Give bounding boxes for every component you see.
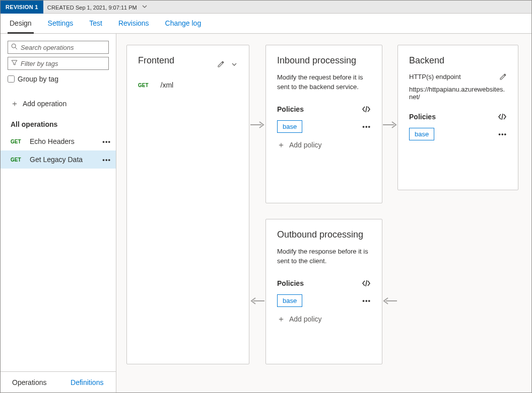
- more-icon[interactable]: •••: [498, 130, 507, 138]
- code-icon[interactable]: [362, 280, 371, 287]
- chevron-down-icon[interactable]: [231, 61, 238, 68]
- sidebar-tab-definitions[interactable]: Definitions: [58, 372, 116, 392]
- outbound-title: Outbound processing: [277, 229, 371, 240]
- arrow-right-icon: [249, 120, 265, 129]
- tab-design[interactable]: Design: [8, 14, 34, 34]
- inbound-policies-label: Policies: [277, 105, 304, 113]
- operation-method: GET: [11, 157, 23, 163]
- group-by-tag[interactable]: Group by tag: [8, 73, 109, 83]
- outbound-add-policy[interactable]: ＋ Add policy: [277, 314, 371, 325]
- inbound-title: Inbound processing: [277, 55, 371, 66]
- operation-name: Get Legacy Data: [30, 155, 95, 164]
- design-canvas: Frontend GET /xml: [116, 34, 531, 392]
- group-by-tag-label: Group by tag: [18, 75, 58, 83]
- arrow-right-icon: [382, 120, 397, 129]
- code-icon[interactable]: [498, 113, 507, 120]
- revision-created[interactable]: CREATED Sep 1, 2021, 9:07:11 PM: [43, 4, 148, 11]
- filter-placeholder: Filter by tags: [21, 60, 58, 67]
- more-icon[interactable]: •••: [102, 138, 111, 145]
- svg-point-0: [12, 44, 16, 48]
- add-operation-label: Add operation: [23, 100, 66, 108]
- search-placeholder: Search operations: [21, 44, 74, 51]
- plus-icon: ＋: [277, 314, 285, 325]
- inbound-add-policy[interactable]: ＋ Add policy: [277, 140, 371, 150]
- revision-bar: REVISION 1 CREATED Sep 1, 2021, 9:07:11 …: [1, 1, 531, 14]
- sidebar-tab-operations[interactable]: Operations: [1, 372, 58, 392]
- plus-icon: ＋: [277, 140, 285, 150]
- inbound-add-policy-label: Add policy: [289, 141, 322, 149]
- sidebar: Search operations Filter by tags Group b…: [1, 34, 116, 392]
- outbound-policies-label: Policies: [277, 279, 304, 287]
- plus-icon: ＋: [11, 99, 19, 109]
- more-icon[interactable]: •••: [362, 297, 371, 304]
- tab-settings[interactable]: Settings: [46, 14, 76, 34]
- revision-badge: REVISION 1: [1, 1, 43, 14]
- more-icon[interactable]: •••: [362, 123, 371, 130]
- operation-method: GET: [11, 139, 23, 144]
- frontend-card: Frontend GET /xml: [126, 45, 249, 364]
- pencil-icon[interactable]: [499, 73, 507, 81]
- filter-icon: [11, 59, 18, 67]
- outbound-desc: Modify the response before it is sent to…: [277, 247, 371, 266]
- operation-name: Echo Headers: [30, 137, 95, 145]
- all-operations-header[interactable]: All operations: [1, 113, 116, 132]
- more-icon[interactable]: •••: [102, 156, 111, 164]
- add-operation-button[interactable]: ＋ Add operation: [1, 94, 116, 113]
- outbound-policy-chip[interactable]: base: [277, 294, 302, 307]
- arrow-left-icon: [382, 296, 397, 305]
- backend-title: Backend: [409, 55, 507, 66]
- frontend-title: Frontend: [138, 55, 174, 66]
- svg-line-1: [15, 47, 17, 49]
- tab-changelog[interactable]: Change log: [163, 14, 204, 34]
- frontend-path: /xml: [161, 81, 174, 89]
- filter-input[interactable]: Filter by tags: [8, 57, 109, 70]
- pencil-icon[interactable]: [217, 60, 225, 68]
- frontend-method: GET: [138, 83, 149, 88]
- search-input[interactable]: Search operations: [8, 41, 109, 54]
- operation-item[interactable]: GET Get Legacy Data •••: [1, 150, 116, 169]
- search-icon: [11, 43, 18, 51]
- tab-revisions[interactable]: Revisions: [116, 14, 151, 34]
- tab-test[interactable]: Test: [87, 14, 104, 34]
- inbound-card: Inbound processing Modify the request be…: [265, 45, 382, 203]
- revision-created-label: CREATED: [47, 5, 74, 11]
- arrow-left-icon: [249, 296, 265, 305]
- main-tabs: Design Settings Test Revisions Change lo…: [1, 14, 531, 34]
- backend-card: Backend HTTP(s) endpoint https://httpapi…: [397, 45, 518, 190]
- outbound-card: Outbound processing Modify the response …: [265, 219, 382, 364]
- inbound-desc: Modify the request before it is sent to …: [277, 73, 371, 92]
- group-by-tag-checkbox[interactable]: [8, 75, 15, 83]
- sidebar-bottom-tabs: Operations Definitions: [1, 371, 116, 392]
- backend-endpoint-label: HTTP(s) endpoint: [409, 73, 461, 81]
- inbound-policy-chip[interactable]: base: [277, 120, 302, 133]
- operation-item[interactable]: GET Echo Headers •••: [1, 132, 116, 150]
- revision-created-value: Sep 1, 2021, 9:07:11 PM: [76, 5, 137, 11]
- outbound-add-policy-label: Add policy: [289, 315, 322, 323]
- code-icon[interactable]: [362, 106, 371, 113]
- backend-policies-label: Policies: [409, 113, 436, 121]
- backend-policy-chip[interactable]: base: [409, 128, 434, 140]
- chevron-down-icon[interactable]: [142, 4, 148, 10]
- backend-endpoint-url: https://httpapianu.azurewebsites.net/: [409, 86, 507, 101]
